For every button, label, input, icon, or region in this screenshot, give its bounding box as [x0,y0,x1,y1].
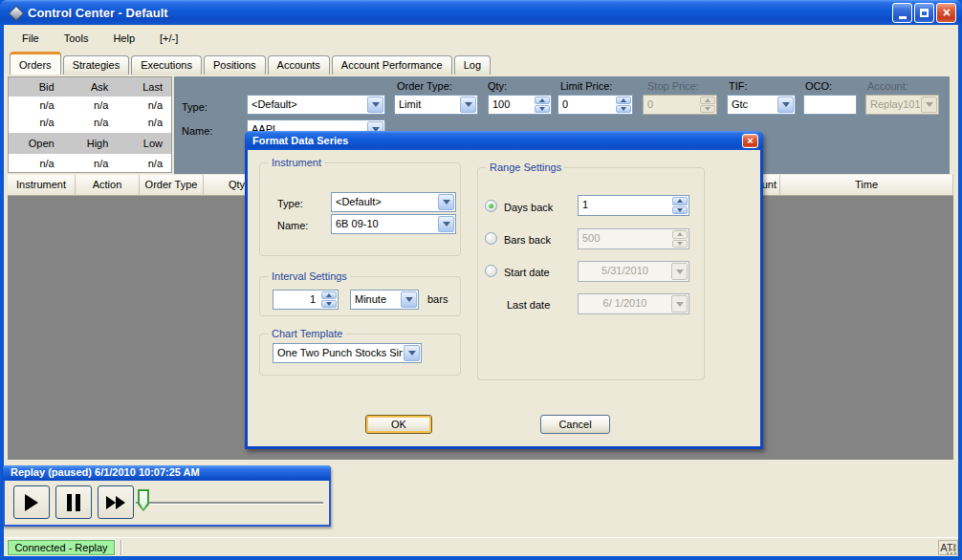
spin-up-icon[interactable] [535,97,550,104]
start-date-radio[interactable] [485,265,497,277]
stop-price-value: 0 [644,96,699,114]
dlg-type-label: Type: [277,198,303,209]
spin-down-icon[interactable] [672,206,688,215]
col-open: Open [9,133,63,154]
last-date-label: Last date [507,299,550,311]
chevron-down-icon[interactable] [438,194,454,210]
start-date-picker: 5/31/2010 [578,261,689,282]
dlg-name-label: Name: [277,220,308,231]
chevron-down-icon[interactable] [777,97,794,113]
spin-down-icon[interactable] [616,105,631,113]
minimize-button[interactable] [892,3,912,23]
spin-up-icon[interactable] [616,97,631,104]
replay-slider-thumb[interactable] [138,489,149,511]
chevron-down-icon[interactable] [401,291,417,308]
chevron-down-icon[interactable] [438,216,454,232]
dlg-type-combo[interactable]: <Default> [331,192,456,212]
tab-strategies[interactable]: Strategies [63,55,130,75]
window-controls: × [892,3,956,23]
instrument-name-label: Name: [182,125,212,137]
tab-positions[interactable]: Positions [204,55,266,75]
format-data-series-dialog: Format Data Series × Instrument Type: <D… [245,131,763,449]
chevron-down-icon [671,295,688,312]
menu-plus-minus[interactable]: [+/-] [149,30,188,47]
dialog-title: Format Data Series [252,135,348,146]
days-back-stepper[interactable]: 1 [578,195,689,216]
resize-grip-icon[interactable] [946,544,957,555]
instrument-type-combo[interactable]: <Default> [247,95,385,115]
replay-title: Replay (paused) 6/1/2010 10:07:25 AM [11,466,200,478]
oco-input[interactable] [803,95,857,115]
col-bid: Bid [9,77,63,97]
oco-value [804,96,856,114]
days-back-label: Days back [504,202,553,213]
order-type-combo[interactable]: Limit [394,95,478,115]
dialog-close-button[interactable]: × [742,134,758,148]
days-back-radio[interactable] [485,200,497,212]
qty-stepper[interactable]: 100 [488,95,552,115]
spin-up-icon [700,97,715,104]
maximize-button[interactable] [914,3,934,23]
tab-log[interactable]: Log [454,55,491,75]
bid-value: n/a [9,97,63,114]
control-center-window: Control Center - Default × File Tools He… [0,0,962,560]
limit-price-stepper[interactable]: 0 [558,95,633,115]
close-button[interactable]: × [936,3,956,23]
instrument-type-value: <Default> [248,96,366,114]
spin-down-icon[interactable] [321,300,337,308]
interval-settings-label: Interval Settings [269,270,350,282]
spin-up-icon[interactable] [321,291,337,299]
tab-orders[interactable]: Orders [10,52,61,75]
orders-col-instrument[interactable]: Instrument [8,175,76,196]
chevron-down-icon[interactable] [367,97,383,113]
menu-tools[interactable]: Tools [54,30,99,47]
chevron-down-icon[interactable] [404,345,420,361]
stop-price-label: Stop Price: [647,80,699,92]
bars-back-label: Bars back [504,234,551,246]
start-date-label: Start date [504,267,550,278]
interval-unit-combo[interactable]: Minute [350,290,419,310]
account-label: Account: [867,80,908,92]
tab-accounts[interactable]: Accounts [268,55,330,75]
dlg-name-combo[interactable]: 6B 09-10 [331,214,456,234]
ask-value: n/a [63,97,118,114]
tabstrip: Orders Strategies Executions Positions A… [4,51,958,75]
orders-col-order-type[interactable]: Order Type [140,175,204,196]
cancel-button[interactable]: Cancel [540,415,610,434]
orders-col-time[interactable]: Time [780,175,953,196]
col-ask: Ask [63,77,118,97]
replay-titlebar[interactable]: Replay (paused) 6/1/2010 10:07:25 AM [3,465,331,481]
market-header-row: Bid Ask Last [9,77,171,97]
menu-help[interactable]: Help [102,30,145,47]
open-value: n/a [9,154,63,173]
account-value: Replay101 [866,96,920,114]
chart-template-combo[interactable]: One Two Punch Stocks Sin [273,343,422,363]
interval-value-stepper[interactable]: 1 [273,290,339,310]
last-value: n/a [117,114,171,131]
spin-down-icon[interactable] [535,105,550,113]
col-last: Last [117,77,171,97]
fast-forward-button[interactable] [98,485,134,519]
low-value: n/a [117,154,171,173]
spin-up-icon[interactable] [672,197,688,205]
dialog-titlebar[interactable]: Format Data Series × [245,131,763,150]
tif-combo[interactable]: Gtc [727,95,796,115]
replay-slider-track[interactable] [136,502,323,505]
statusbar: Connected - Replay ATI [4,537,958,556]
bars-back-stepper: 500 [578,228,689,249]
pause-button[interactable] [55,485,92,519]
tab-account-performance[interactable]: Account Performance [332,55,452,75]
range-settings-label: Range Settings [487,162,564,173]
menu-file[interactable]: File [11,30,50,47]
play-button[interactable] [13,485,50,519]
order-type-label: Order Type: [397,80,452,92]
bars-back-radio[interactable] [485,232,497,245]
days-back-value: 1 [579,196,671,215]
tab-executions[interactable]: Executions [131,55,202,75]
market-data-grid: Bid Ask Last n/a n/a n/a n/a n/a n/a Ope… [8,76,172,173]
orders-col-action[interactable]: Action [76,175,140,196]
chevron-down-icon[interactable] [460,97,476,113]
ok-button[interactable]: OK [365,415,432,434]
market-header-row: Open High Low [9,133,171,154]
titlebar[interactable]: Control Center - Default × [0,0,962,25]
